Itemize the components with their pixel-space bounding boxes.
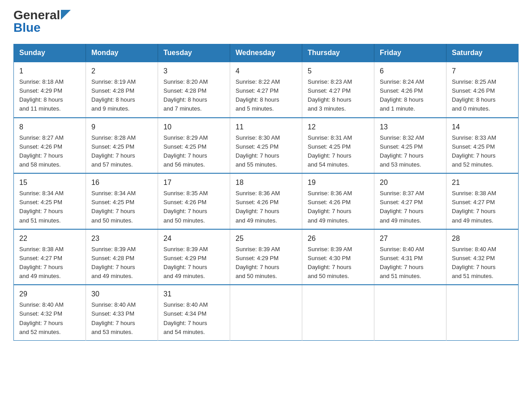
day-info: Sunrise: 8:23 AM Sunset: 4:27 PM Dayligh… [308, 77, 369, 114]
day-cell [302, 285, 374, 340]
day-info: Sunrise: 8:35 AM Sunset: 4:26 PM Dayligh… [163, 189, 224, 225]
day-number: 24 [163, 233, 224, 244]
day-info: Sunrise: 8:33 AM Sunset: 4:25 PM Dayligh… [452, 133, 513, 170]
day-number: 10 [163, 122, 224, 133]
day-info: Sunrise: 8:36 AM Sunset: 4:26 PM Dayligh… [308, 189, 369, 225]
day-cell: 19Sunrise: 8:36 AM Sunset: 4:26 PM Dayli… [302, 173, 374, 229]
day-number: 9 [91, 122, 152, 133]
day-info: Sunrise: 8:37 AM Sunset: 4:27 PM Dayligh… [380, 189, 441, 225]
day-cell: 1Sunrise: 8:18 AM Sunset: 4:29 PM Daylig… [14, 62, 86, 118]
day-cell: 24Sunrise: 8:39 AM Sunset: 4:29 PM Dayli… [158, 229, 230, 285]
day-info: Sunrise: 8:32 AM Sunset: 4:25 PM Dayligh… [380, 133, 441, 170]
day-cell: 16Sunrise: 8:34 AM Sunset: 4:25 PM Dayli… [86, 173, 158, 229]
day-info: Sunrise: 8:29 AM Sunset: 4:25 PM Dayligh… [163, 133, 224, 170]
day-number: 12 [308, 122, 369, 133]
day-number: 26 [308, 233, 369, 244]
calendar-body: 1Sunrise: 8:18 AM Sunset: 4:29 PM Daylig… [14, 62, 519, 340]
day-info: Sunrise: 8:34 AM Sunset: 4:25 PM Dayligh… [19, 189, 80, 225]
page-header: General Blue [13, 9, 519, 35]
day-info: Sunrise: 8:34 AM Sunset: 4:25 PM Dayligh… [91, 189, 152, 225]
day-cell: 22Sunrise: 8:38 AM Sunset: 4:27 PM Dayli… [14, 229, 86, 285]
day-info: Sunrise: 8:30 AM Sunset: 4:25 PM Dayligh… [236, 133, 296, 170]
day-info: Sunrise: 8:39 AM Sunset: 4:29 PM Dayligh… [163, 245, 224, 281]
logo-text-general: General [13, 9, 60, 21]
week-row-2: 8Sunrise: 8:27 AM Sunset: 4:26 PM Daylig… [14, 118, 519, 174]
day-info: Sunrise: 8:31 AM Sunset: 4:25 PM Dayligh… [308, 133, 369, 170]
day-info: Sunrise: 8:39 AM Sunset: 4:30 PM Dayligh… [308, 245, 369, 281]
day-number: 6 [380, 66, 441, 77]
day-cell: 9Sunrise: 8:28 AM Sunset: 4:25 PM Daylig… [86, 118, 158, 174]
day-info: Sunrise: 8:27 AM Sunset: 4:26 PM Dayligh… [19, 133, 80, 170]
day-number: 23 [91, 233, 152, 244]
day-number: 29 [19, 289, 80, 300]
day-cell [230, 285, 302, 340]
day-number: 2 [91, 66, 152, 77]
header-row: SundayMondayTuesdayWednesdayThursdayFrid… [14, 44, 519, 62]
day-info: Sunrise: 8:40 AM Sunset: 4:34 PM Dayligh… [163, 300, 224, 337]
day-cell: 5Sunrise: 8:23 AM Sunset: 4:27 PM Daylig… [302, 62, 374, 118]
day-number: 3 [163, 66, 224, 77]
day-number: 19 [308, 177, 369, 188]
day-number: 1 [19, 66, 80, 77]
day-cell: 30Sunrise: 8:40 AM Sunset: 4:33 PM Dayli… [86, 285, 158, 340]
day-number: 27 [380, 233, 441, 244]
col-header-friday: Friday [374, 44, 446, 62]
day-number: 30 [91, 289, 152, 300]
day-info: Sunrise: 8:24 AM Sunset: 4:26 PM Dayligh… [380, 77, 441, 114]
col-header-saturday: Saturday [446, 44, 519, 62]
day-cell: 2Sunrise: 8:19 AM Sunset: 4:28 PM Daylig… [86, 62, 158, 118]
day-cell: 23Sunrise: 8:39 AM Sunset: 4:28 PM Dayli… [86, 229, 158, 285]
day-number: 16 [91, 177, 152, 188]
day-info: Sunrise: 8:39 AM Sunset: 4:28 PM Dayligh… [91, 245, 152, 281]
day-number: 18 [236, 177, 296, 188]
week-row-1: 1Sunrise: 8:18 AM Sunset: 4:29 PM Daylig… [14, 62, 519, 118]
col-header-wednesday: Wednesday [230, 44, 302, 62]
logo: General Blue [13, 9, 71, 35]
day-cell [374, 285, 446, 340]
day-cell: 29Sunrise: 8:40 AM Sunset: 4:32 PM Dayli… [14, 285, 86, 340]
day-cell: 31Sunrise: 8:40 AM Sunset: 4:34 PM Dayli… [158, 285, 230, 340]
day-info: Sunrise: 8:40 AM Sunset: 4:31 PM Dayligh… [380, 245, 441, 281]
day-cell: 10Sunrise: 8:29 AM Sunset: 4:25 PM Dayli… [158, 118, 230, 174]
day-cell: 4Sunrise: 8:22 AM Sunset: 4:27 PM Daylig… [230, 62, 302, 118]
day-cell: 15Sunrise: 8:34 AM Sunset: 4:25 PM Dayli… [14, 173, 86, 229]
day-info: Sunrise: 8:20 AM Sunset: 4:28 PM Dayligh… [163, 77, 224, 114]
day-number: 21 [452, 177, 513, 188]
day-cell: 3Sunrise: 8:20 AM Sunset: 4:28 PM Daylig… [158, 62, 230, 118]
day-info: Sunrise: 8:38 AM Sunset: 4:27 PM Dayligh… [19, 245, 80, 281]
day-number: 22 [19, 233, 80, 244]
day-cell: 25Sunrise: 8:39 AM Sunset: 4:29 PM Dayli… [230, 229, 302, 285]
day-number: 28 [452, 233, 513, 244]
day-cell: 28Sunrise: 8:40 AM Sunset: 4:32 PM Dayli… [446, 229, 519, 285]
day-cell: 17Sunrise: 8:35 AM Sunset: 4:26 PM Dayli… [158, 173, 230, 229]
day-info: Sunrise: 8:25 AM Sunset: 4:26 PM Dayligh… [452, 77, 513, 114]
day-cell: 21Sunrise: 8:38 AM Sunset: 4:27 PM Dayli… [446, 173, 519, 229]
day-cell: 14Sunrise: 8:33 AM Sunset: 4:25 PM Dayli… [446, 118, 519, 174]
day-number: 31 [163, 289, 224, 300]
day-cell: 6Sunrise: 8:24 AM Sunset: 4:26 PM Daylig… [374, 62, 446, 118]
col-header-monday: Monday [86, 44, 158, 62]
day-cell: 7Sunrise: 8:25 AM Sunset: 4:26 PM Daylig… [446, 62, 519, 118]
day-cell [446, 285, 519, 340]
day-cell: 20Sunrise: 8:37 AM Sunset: 4:27 PM Dayli… [374, 173, 446, 229]
day-info: Sunrise: 8:39 AM Sunset: 4:29 PM Dayligh… [236, 245, 296, 281]
day-cell: 12Sunrise: 8:31 AM Sunset: 4:25 PM Dayli… [302, 118, 374, 174]
day-info: Sunrise: 8:40 AM Sunset: 4:32 PM Dayligh… [452, 245, 513, 281]
col-header-thursday: Thursday [302, 44, 374, 62]
week-row-4: 22Sunrise: 8:38 AM Sunset: 4:27 PM Dayli… [14, 229, 519, 285]
col-header-tuesday: Tuesday [158, 44, 230, 62]
day-cell: 18Sunrise: 8:36 AM Sunset: 4:26 PM Dayli… [230, 173, 302, 229]
day-number: 14 [452, 122, 513, 133]
day-number: 25 [236, 233, 296, 244]
day-cell: 13Sunrise: 8:32 AM Sunset: 4:25 PM Dayli… [374, 118, 446, 174]
day-info: Sunrise: 8:19 AM Sunset: 4:28 PM Dayligh… [91, 77, 152, 114]
day-number: 11 [236, 122, 296, 133]
col-header-sunday: Sunday [14, 44, 86, 62]
day-cell: 27Sunrise: 8:40 AM Sunset: 4:31 PM Dayli… [374, 229, 446, 285]
day-info: Sunrise: 8:38 AM Sunset: 4:27 PM Dayligh… [452, 189, 513, 225]
day-info: Sunrise: 8:40 AM Sunset: 4:32 PM Dayligh… [19, 300, 80, 337]
week-row-3: 15Sunrise: 8:34 AM Sunset: 4:25 PM Dayli… [14, 173, 519, 229]
day-info: Sunrise: 8:22 AM Sunset: 4:27 PM Dayligh… [236, 77, 296, 114]
day-cell: 8Sunrise: 8:27 AM Sunset: 4:26 PM Daylig… [14, 118, 86, 174]
svg-marker-0 [61, 10, 71, 20]
